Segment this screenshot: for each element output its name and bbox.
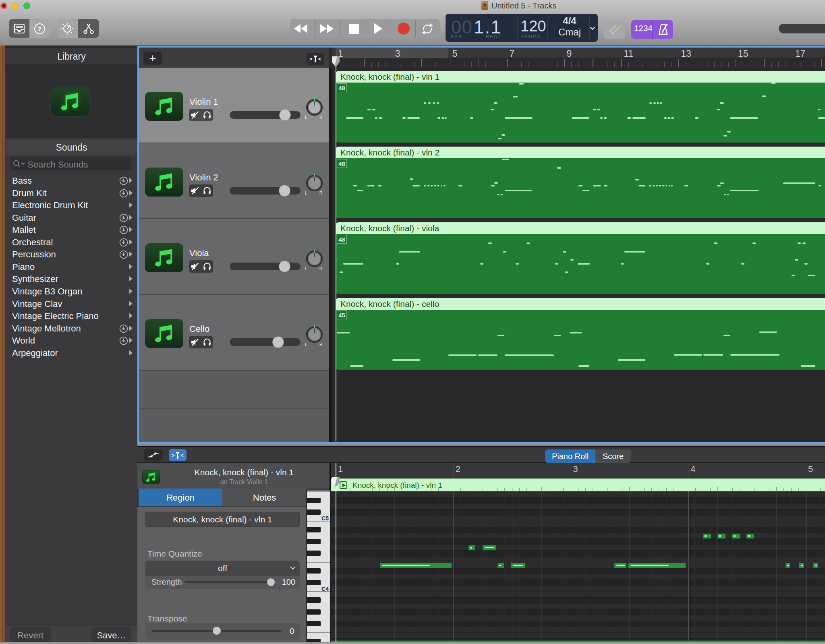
svg-text:?: ?: [38, 25, 41, 32]
svg-text:>: >: [172, 452, 175, 458]
svg-text:<: <: [180, 452, 184, 458]
svg-text:<: <: [318, 56, 321, 62]
svg-text:>: >: [309, 56, 313, 62]
